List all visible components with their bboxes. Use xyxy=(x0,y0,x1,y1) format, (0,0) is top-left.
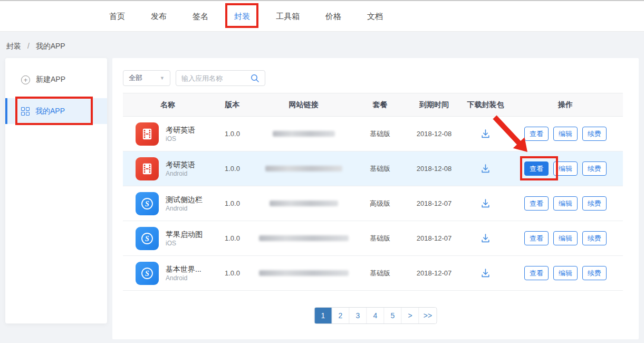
download-icon[interactable] xyxy=(480,268,491,279)
download-icon[interactable] xyxy=(480,198,491,209)
filter-dropdown[interactable]: 全部 ▼ xyxy=(123,70,170,86)
app-platform: Android xyxy=(166,204,203,213)
breadcrumb-section[interactable]: 封装 xyxy=(6,42,21,50)
film-icon xyxy=(136,157,159,180)
nav-item-home[interactable]: 首页 xyxy=(109,11,125,22)
last-page-button[interactable]: >> xyxy=(419,308,437,323)
app-name: 考研英语 xyxy=(166,160,195,169)
search-icon[interactable] xyxy=(251,74,259,83)
plus-circle-icon: + xyxy=(21,75,30,84)
app-platform: iOS xyxy=(166,135,195,143)
view-button[interactable]: 查看 xyxy=(524,266,549,280)
edit-button[interactable]: 编辑 xyxy=(553,127,578,141)
main-nav: 首页 发布 签名 封装 工具箱 价格 文档 xyxy=(109,11,383,22)
breadcrumb: 封装 / 我的APP xyxy=(6,42,65,51)
renew-button[interactable]: 续费 xyxy=(582,231,607,245)
sidebar-item-new-app[interactable]: + 新建APP xyxy=(5,73,107,87)
masked-link xyxy=(270,201,338,206)
nav-item-publish[interactable]: 发布 xyxy=(151,11,167,22)
masked-link xyxy=(259,270,349,276)
film-icon xyxy=(136,122,159,146)
app-expiry: 2018-12-08 xyxy=(405,130,463,138)
app-table: 名称 版本 网站链接 套餐 到期时间 下载封装包 操作 xyxy=(123,93,623,291)
col-header-actions: 操作 xyxy=(508,100,623,110)
view-button[interactable]: 查看 xyxy=(524,127,549,141)
table-row-highlighted: 考研英语 Android 1.0.0 基础版 2018-12-08 查看 编辑 xyxy=(123,151,623,186)
sidebar-item-my-app[interactable]: 我的APP xyxy=(5,98,107,124)
edit-button[interactable]: 编辑 xyxy=(553,161,578,176)
app-version: 1.0.0 xyxy=(213,199,252,207)
svg-text:S: S xyxy=(145,270,149,278)
view-button[interactable]: 查看 xyxy=(524,196,549,211)
table-row: S 苹果启动图 iOS 1.0.0 基础版 2018-12-07 xyxy=(123,221,623,256)
s-logo-icon: S xyxy=(136,262,159,285)
s-logo-icon: S xyxy=(136,192,159,215)
nav-item-docs[interactable]: 文档 xyxy=(367,11,383,22)
page-button-1[interactable]: 1 xyxy=(315,308,332,323)
page-button-5[interactable]: 5 xyxy=(385,308,402,323)
masked-link xyxy=(265,166,342,172)
edit-button[interactable]: 编辑 xyxy=(553,231,578,245)
svg-text:S: S xyxy=(145,235,149,243)
app-version: 1.0.0 xyxy=(213,234,252,242)
renew-button[interactable]: 续费 xyxy=(582,161,607,176)
col-header-download: 下载封装包 xyxy=(463,100,508,110)
app-expiry: 2018-12-08 xyxy=(405,165,463,173)
app-plan: 高级版 xyxy=(355,199,405,208)
view-button-active[interactable]: 查看 xyxy=(524,161,549,176)
search-input[interactable] xyxy=(181,74,244,82)
table-header-row: 名称 版本 网站链接 套餐 到期时间 下载封装包 操作 xyxy=(123,93,623,117)
breadcrumb-separator: / xyxy=(27,42,30,50)
page-button-4[interactable]: 4 xyxy=(367,308,385,323)
filter-toolbar: 全部 ▼ xyxy=(123,70,265,86)
download-icon[interactable] xyxy=(480,163,491,174)
nav-item-package[interactable]: 封装 xyxy=(234,11,250,22)
table-row: 考研英语 iOS 1.0.0 基础版 2018-12-08 查看 编辑 续费 xyxy=(123,117,623,151)
top-header: 首页 发布 签名 封装 工具箱 价格 文档 xyxy=(0,1,644,32)
app-version: 1.0.0 xyxy=(213,269,252,277)
edit-button[interactable]: 编辑 xyxy=(553,266,578,280)
view-button[interactable]: 查看 xyxy=(524,231,549,245)
nav-item-sign[interactable]: 签名 xyxy=(193,11,208,22)
edit-button[interactable]: 编辑 xyxy=(553,196,578,211)
masked-link xyxy=(259,235,349,241)
next-page-button[interactable]: > xyxy=(402,308,419,323)
col-header-link: 网站链接 xyxy=(252,100,355,110)
app-name: 苹果启动图 xyxy=(166,230,203,239)
app-platform: Android xyxy=(166,274,201,282)
renew-button[interactable]: 续费 xyxy=(582,266,607,280)
nav-item-toolbox[interactable]: 工具箱 xyxy=(276,11,300,22)
page-button-3[interactable]: 3 xyxy=(350,308,367,323)
app-expiry: 2018-12-07 xyxy=(405,269,463,277)
table-row: S 测试侧边栏 Android 1.0.0 高级版 2018-12-07 xyxy=(123,186,623,221)
breadcrumb-current: 我的APP xyxy=(36,42,65,50)
svg-text:S: S xyxy=(145,200,149,208)
caret-down-icon: ▼ xyxy=(160,75,165,81)
app-plan: 基础版 xyxy=(355,129,405,139)
app-name: 测试侧边栏 xyxy=(166,195,203,204)
pagination: 1 2 3 4 5 > >> xyxy=(314,307,437,324)
sidebar: + 新建APP 我的APP xyxy=(5,58,107,323)
page-button-2[interactable]: 2 xyxy=(332,308,350,323)
sidebar-item-label: 新建APP xyxy=(36,75,65,84)
nav-item-price[interactable]: 价格 xyxy=(325,11,341,22)
search-box xyxy=(176,70,265,86)
sidebar-item-label: 我的APP xyxy=(35,107,65,116)
app-version: 1.0.0 xyxy=(213,165,252,173)
app-name: 基本世界... xyxy=(166,264,201,274)
app-plan: 基础版 xyxy=(355,164,405,174)
filter-dropdown-value: 全部 xyxy=(129,73,142,83)
app-expiry: 2018-12-07 xyxy=(405,199,463,207)
grid-icon xyxy=(21,107,30,116)
s-logo-icon: S xyxy=(136,227,159,250)
renew-button[interactable]: 续费 xyxy=(582,127,607,141)
col-header-name: 名称 xyxy=(123,100,213,110)
col-header-expiry: 到期时间 xyxy=(405,100,463,110)
table-row: S 基本世界... Android 1.0.0 基础版 2018-12-07 xyxy=(123,256,623,291)
col-header-version: 版本 xyxy=(213,100,252,110)
download-icon[interactable] xyxy=(480,233,491,244)
download-icon[interactable] xyxy=(480,128,491,139)
app-plan: 基础版 xyxy=(355,269,405,278)
renew-button[interactable]: 续费 xyxy=(582,196,607,211)
main-panel: 全部 ▼ 名称 版本 网站链接 套餐 到期时间 下载封装包 操作 xyxy=(112,58,639,339)
